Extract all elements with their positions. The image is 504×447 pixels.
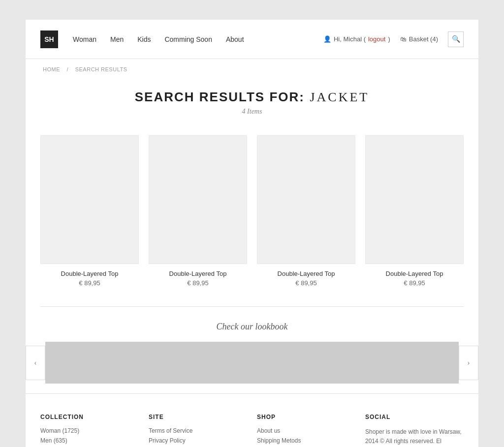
footer-link-about-us[interactable]: About us: [257, 427, 355, 434]
header-right: 👤 Hi, Michal (logout) 🛍 Basket (4) 🔍: [323, 31, 464, 47]
footer-shop-title: SHOP: [257, 414, 355, 420]
nav-item-comming-soon[interactable]: Comming Soon: [164, 35, 212, 43]
lookbook-section: Check our lookbook ‹ ›: [26, 307, 478, 393]
search-query: JACKET: [305, 90, 369, 104]
product-price-2: € 89,95: [149, 279, 247, 287]
footer-site: SITE Terms of Service Privacy Policy Cop…: [149, 414, 247, 447]
products-grid: Double-Layered Top € 89,95 Double-Layere…: [26, 130, 478, 306]
nav-item-men[interactable]: Men: [110, 35, 124, 43]
product-name-3: Double-Layered Top: [257, 270, 355, 277]
product-image-2: [149, 135, 247, 264]
product-image-1: [40, 135, 139, 264]
search-icon: 🔍: [452, 35, 460, 43]
product-name-2: Double-Layered Top: [149, 270, 247, 277]
footer-social-title: SOCIAL: [365, 414, 464, 420]
page-wrapper: SH Woman Men Kids Comming Soon About 👤 H…: [26, 20, 478, 447]
logout-link[interactable]: logout: [368, 35, 385, 43]
nav-item-about[interactable]: About: [226, 35, 244, 43]
slider-prev-button[interactable]: ‹: [26, 346, 45, 380]
footer-link-terms[interactable]: Terms of Service: [149, 427, 247, 434]
items-count: 4 Items: [26, 108, 478, 116]
footer-tagline: Shoper is made with love in Warsaw, 2014…: [365, 427, 464, 447]
footer-link-shipping[interactable]: Shipping Metods: [257, 437, 355, 444]
nav-item-kids[interactable]: Kids: [137, 35, 151, 43]
product-name-1: Double-Layered Top: [40, 270, 139, 277]
footer-link-woman[interactable]: Woman (1725): [40, 427, 139, 434]
nav-item-woman[interactable]: Woman: [73, 35, 96, 43]
lookbook-title: Check our lookbook: [26, 322, 478, 332]
breadcrumb: HOME / SEARCH RESULTS: [26, 59, 478, 80]
slider-content: [45, 342, 459, 384]
logo[interactable]: SH: [40, 30, 58, 48]
breadcrumb-separator: /: [67, 66, 69, 72]
product-card-4[interactable]: Double-Layered Top € 89,95: [365, 135, 464, 287]
product-card-1[interactable]: Double-Layered Top € 89,95: [40, 135, 139, 287]
footer-grid: COLLECTION Woman (1725) Men (635) Kids (…: [40, 414, 464, 447]
basket-icon: 🛍: [400, 35, 407, 43]
lookbook-slider: ‹ ›: [26, 342, 478, 384]
product-card-2[interactable]: Double-Layered Top € 89,95: [149, 135, 247, 287]
search-title: SEARCH RESULTS FOR: JACKET: [26, 89, 478, 105]
header: SH Woman Men Kids Comming Soon About 👤 H…: [26, 20, 478, 59]
footer-site-title: SITE: [149, 414, 247, 420]
basket-label: Basket (4): [409, 35, 438, 43]
breadcrumb-home[interactable]: HOME: [43, 66, 60, 72]
user-icon: 👤: [323, 35, 331, 43]
basket-button[interactable]: 🛍 Basket (4): [400, 35, 438, 43]
footer-collection-title: COLLECTION: [40, 414, 139, 420]
footer-social: SOCIAL Shoper is made with love in Warsa…: [365, 414, 464, 447]
product-price-1: € 89,95: [40, 279, 139, 287]
footer-shop: SHOP About us Shipping Metods Career Con…: [257, 414, 355, 447]
footer: COLLECTION Woman (1725) Men (635) Kids (…: [26, 393, 478, 447]
product-image-3: [257, 135, 355, 264]
main-nav: Woman Men Kids Comming Soon About: [73, 35, 323, 43]
slider-next-button[interactable]: ›: [459, 346, 478, 380]
search-title-section: SEARCH RESULTS FOR: JACKET 4 Items: [26, 80, 478, 130]
product-card-3[interactable]: Double-Layered Top € 89,95: [257, 135, 355, 287]
product-image-4: [365, 135, 464, 264]
footer-link-privacy[interactable]: Privacy Policy: [149, 437, 247, 444]
product-price-4: € 89,95: [365, 279, 464, 287]
breadcrumb-current: SEARCH RESULTS: [75, 66, 127, 72]
footer-link-men[interactable]: Men (635): [40, 437, 139, 444]
product-price-3: € 89,95: [257, 279, 355, 287]
product-name-4: Double-Layered Top: [365, 270, 464, 277]
user-info: 👤 Hi, Michal (logout): [323, 35, 390, 43]
footer-collection: COLLECTION Woman (1725) Men (635) Kids (…: [40, 414, 139, 447]
search-button[interactable]: 🔍: [448, 31, 464, 47]
user-greeting: Hi, Michal (: [334, 35, 366, 43]
search-prefix: SEARCH RESULTS FOR:: [135, 89, 305, 104]
